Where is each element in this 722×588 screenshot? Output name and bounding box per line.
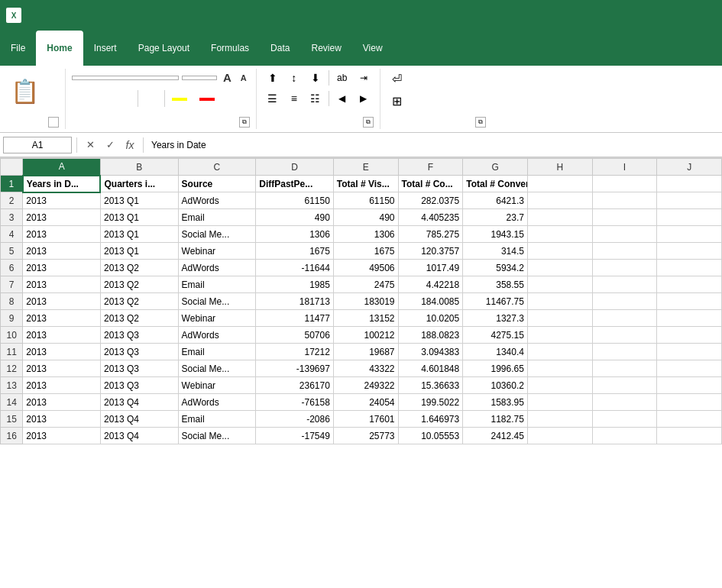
cell-f6[interactable]: 1017.49: [398, 260, 463, 276]
cell-c13[interactable]: Webinar: [178, 377, 256, 394]
cell-j13[interactable]: [657, 377, 722, 394]
cell-f13[interactable]: 15.36633: [398, 377, 463, 394]
cell-d13[interactable]: 236170: [256, 377, 334, 394]
cell-c4[interactable]: Social Me...: [178, 226, 256, 243]
cell-i16[interactable]: [592, 428, 657, 444]
cell-g8[interactable]: 11467.75: [463, 293, 528, 310]
row-header-7[interactable]: 7: [1, 276, 23, 293]
cancel-formula-button[interactable]: ✕: [82, 137, 99, 153]
cell-c16[interactable]: Social Me...: [178, 428, 256, 444]
cell-h8[interactable]: [527, 293, 592, 310]
font-name-selector[interactable]: [72, 76, 179, 80]
cell-j15[interactable]: [657, 411, 722, 428]
cell-j8[interactable]: [657, 293, 722, 310]
cell-h3[interactable]: [527, 209, 592, 226]
cell-b11[interactable]: 2013 Q3: [100, 344, 178, 360]
cell-i15[interactable]: [592, 411, 657, 428]
cell-h2[interactable]: [527, 192, 592, 209]
cell-c1[interactable]: Source: [178, 176, 256, 192]
cell-j4[interactable]: [657, 226, 722, 243]
cell-j1[interactable]: [657, 176, 722, 192]
row-header-2[interactable]: 2: [1, 192, 23, 209]
cell-h9[interactable]: [527, 310, 592, 327]
cell-e4[interactable]: 1306: [333, 226, 398, 243]
cell-d4[interactable]: 1306: [256, 226, 334, 243]
cell-f11[interactable]: 3.094383: [398, 344, 463, 360]
cell-f3[interactable]: 4.405235: [398, 209, 463, 226]
cell-i5[interactable]: [592, 243, 657, 260]
cell-g11[interactable]: 1340.4: [463, 344, 528, 360]
copy-button[interactable]: [47, 90, 59, 93]
cell-a13[interactable]: 2013: [23, 377, 101, 394]
cell-j5[interactable]: [657, 243, 722, 260]
confirm-formula-button[interactable]: ✓: [102, 137, 118, 153]
cell-a2[interactable]: 2013: [23, 192, 101, 209]
cell-g10[interactable]: 4275.15: [463, 327, 528, 344]
cell-c10[interactable]: AdWords: [178, 327, 256, 344]
cell-h5[interactable]: [527, 243, 592, 260]
cell-g14[interactable]: 1583.95: [463, 394, 528, 411]
cell-h10[interactable]: [527, 327, 592, 344]
cell-h16[interactable]: [527, 428, 592, 444]
font-shrink-button[interactable]: A: [238, 71, 250, 85]
cell-c8[interactable]: Social Me...: [178, 293, 256, 310]
cell-d5[interactable]: 1675: [256, 243, 334, 260]
cell-e15[interactable]: 17601: [333, 411, 398, 428]
cell-g12[interactable]: 1996.65: [463, 360, 528, 377]
cell-d3[interactable]: 490: [256, 209, 334, 226]
cell-h11[interactable]: [527, 344, 592, 360]
cell-i8[interactable]: [592, 293, 657, 310]
cell-i2[interactable]: [592, 192, 657, 209]
cell-e13[interactable]: 249322: [333, 377, 398, 394]
cell-h13[interactable]: [527, 377, 592, 394]
cell-i3[interactable]: [592, 209, 657, 226]
cell-j7[interactable]: [657, 276, 722, 293]
cell-b13[interactable]: 2013 Q3: [100, 377, 178, 394]
cell-a12[interactable]: 2013: [23, 360, 101, 377]
cell-i11[interactable]: [592, 344, 657, 360]
cell-j9[interactable]: [657, 310, 722, 327]
cell-j16[interactable]: [657, 428, 722, 444]
cell-f5[interactable]: 120.3757: [398, 243, 463, 260]
cell-i7[interactable]: [592, 276, 657, 293]
cell-d10[interactable]: 50706: [256, 327, 334, 344]
cell-c15[interactable]: Email: [178, 411, 256, 428]
tab-view[interactable]: View: [352, 31, 393, 66]
cell-h7[interactable]: [527, 276, 592, 293]
cell-c5[interactable]: Webinar: [178, 243, 256, 260]
cell-c3[interactable]: Email: [178, 209, 256, 226]
cut-button[interactable]: [47, 86, 59, 89]
row-header-8[interactable]: 8: [1, 293, 23, 310]
cell-g4[interactable]: 1943.15: [463, 226, 528, 243]
font-size-selector[interactable]: [182, 76, 217, 80]
cell-a7[interactable]: 2013: [23, 276, 101, 293]
cell-d8[interactable]: 181713: [256, 293, 334, 310]
cell-d9[interactable]: 11477: [256, 310, 334, 327]
cell-e10[interactable]: 100212: [333, 327, 398, 344]
text-orientation-button[interactable]: ab: [332, 69, 352, 87]
align-left-button[interactable]: ☰: [263, 89, 283, 108]
cell-c6[interactable]: AdWords: [178, 260, 256, 276]
merge-center-button[interactable]: ⊞: [387, 91, 486, 111]
cell-b1[interactable]: Quarters i...: [100, 176, 178, 192]
cell-b3[interactable]: 2013 Q1: [100, 209, 178, 226]
cell-e3[interactable]: 490: [333, 209, 398, 226]
cell-f8[interactable]: 184.0085: [398, 293, 463, 310]
font-expand-button[interactable]: ⧉: [239, 117, 250, 128]
cell-c14[interactable]: AdWords: [178, 394, 256, 411]
cell-a11[interactable]: 2013: [23, 344, 101, 360]
col-header-c[interactable]: C: [178, 159, 256, 176]
cell-d14[interactable]: -76158: [256, 394, 334, 411]
cell-b16[interactable]: 2013 Q4: [100, 428, 178, 444]
cell-j3[interactable]: [657, 209, 722, 226]
cell-e12[interactable]: 43322: [333, 360, 398, 377]
cell-f14[interactable]: 199.5022: [398, 394, 463, 411]
cell-i13[interactable]: [592, 377, 657, 394]
cell-d15[interactable]: -2086: [256, 411, 334, 428]
cell-i4[interactable]: [592, 226, 657, 243]
cell-b4[interactable]: 2013 Q1: [100, 226, 178, 243]
cell-g2[interactable]: 6421.3: [463, 192, 528, 209]
row-header-6[interactable]: 6: [1, 260, 23, 276]
row-header-3[interactable]: 3: [1, 209, 23, 226]
font-grow-button[interactable]: A: [220, 69, 235, 86]
